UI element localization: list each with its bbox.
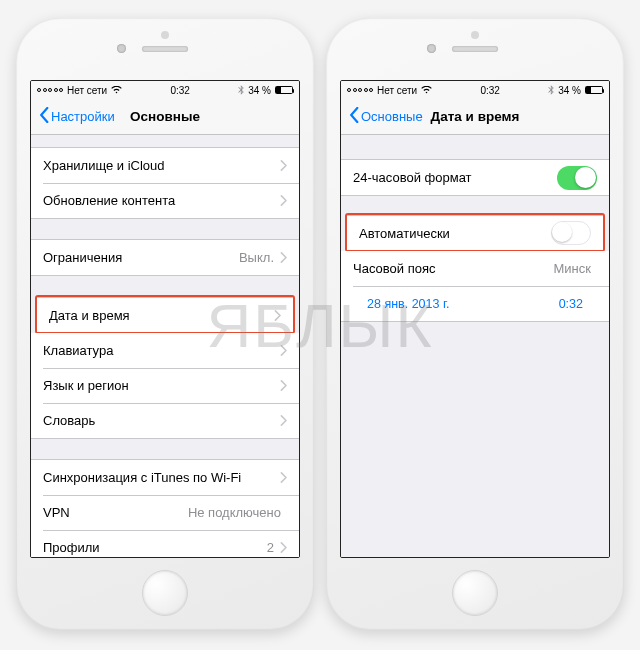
battery-label: 34 % [248,85,271,96]
chevron-right-icon [280,252,287,263]
chevron-right-icon [280,345,287,356]
home-button[interactable] [142,570,188,616]
row-timezone[interactable]: Часовой пояс Минск [341,251,609,286]
row-set-automatically[interactable]: Автоматически [347,215,603,250]
speaker-grille [142,46,188,52]
wifi-icon [421,86,432,94]
toggle-auto[interactable] [551,221,591,245]
signal-dots-icon [37,88,63,92]
phone-right: Нет сети 0:32 34 % Основные Дата и время [326,18,624,630]
group-24h: 24-часовой формат [341,159,609,196]
chevron-left-icon [39,107,49,126]
content-right: 24-часовой формат Автоматически Часовой … [341,135,609,557]
row-itunes-wifi-sync[interactable]: Синхронизация с iTunes по Wi-Fi [31,460,299,495]
page-title: Основные [130,109,200,124]
signal-dots-icon [347,88,373,92]
speaker-grille [452,46,498,52]
carrier-label: Нет сети [67,85,107,96]
screen-left: Нет сети 0:32 34 % Настройки Основные [30,80,300,558]
front-camera [427,44,436,53]
battery-icon [275,86,293,94]
chevron-right-icon [280,160,287,171]
back-button[interactable]: Основные [345,99,427,134]
battery-icon [585,86,603,94]
row-dictionary[interactable]: Словарь [31,403,299,438]
content-left: Хранилище и iCloud Обновление контента О… [31,135,299,557]
battery-label: 34 % [558,85,581,96]
nav-bar: Настройки Основные [31,99,299,135]
row-restrictions[interactable]: Ограничения Выкл. [31,240,299,275]
row-24h-format[interactable]: 24-часовой формат [341,160,609,195]
clock-label: 0:32 [480,85,499,96]
carrier-label: Нет сети [377,85,417,96]
proximity-sensor [471,31,479,39]
toggle-24h[interactable] [557,166,597,190]
row-keyboard[interactable]: Клавиатура [31,333,299,368]
status-bar: Нет сети 0:32 34 % [341,81,609,99]
screen-right: Нет сети 0:32 34 % Основные Дата и время [340,80,610,558]
proximity-sensor [161,31,169,39]
row-date-picker[interactable]: 28 янв. 2013 г. 0:32 [341,286,609,321]
chevron-right-icon [280,195,287,206]
home-button[interactable] [452,570,498,616]
back-label: Основные [361,109,423,124]
nav-bar: Основные Дата и время [341,99,609,135]
bluetooth-icon [238,85,244,95]
group-sync-vpn: Синхронизация с iTunes по Wi-Fi VPN Не п… [31,459,299,557]
group-storage: Хранилище и iCloud Обновление контента [31,147,299,219]
date-value: 28 янв. 2013 г. [367,297,449,311]
row-profiles[interactable]: Профили 2 [31,530,299,557]
row-storage-icloud[interactable]: Хранилище и iCloud [31,148,299,183]
phone-left: Нет сети 0:32 34 % Настройки Основные [16,18,314,630]
front-camera [117,44,126,53]
highlight-auto: Автоматически [345,213,605,252]
highlight-date-time: Дата и время [35,295,295,334]
chevron-right-icon [280,415,287,426]
group-datetime-lang: Дата и время Клавиатура Язык и регион [31,295,299,439]
group-auto-tz: Автоматически Часовой пояс Минск 28 янв.… [341,213,609,322]
status-bar: Нет сети 0:32 34 % [31,81,299,99]
clock-label: 0:32 [170,85,189,96]
group-restrictions: Ограничения Выкл. [31,239,299,276]
chevron-left-icon [349,107,359,126]
page-title: Дата и время [431,109,520,124]
wifi-icon [111,86,122,94]
time-value: 0:32 [559,297,583,311]
row-date-time[interactable]: Дата и время [37,297,293,332]
chevron-right-icon [274,310,281,321]
back-label: Настройки [51,109,115,124]
chevron-right-icon [280,380,287,391]
chevron-right-icon [280,542,287,553]
bluetooth-icon [548,85,554,95]
chevron-right-icon [280,472,287,483]
row-vpn[interactable]: VPN Не подключено [31,495,299,530]
row-background-refresh[interactable]: Обновление контента [31,183,299,218]
back-button[interactable]: Настройки [35,99,119,134]
row-language-region[interactable]: Язык и регион [31,368,299,403]
